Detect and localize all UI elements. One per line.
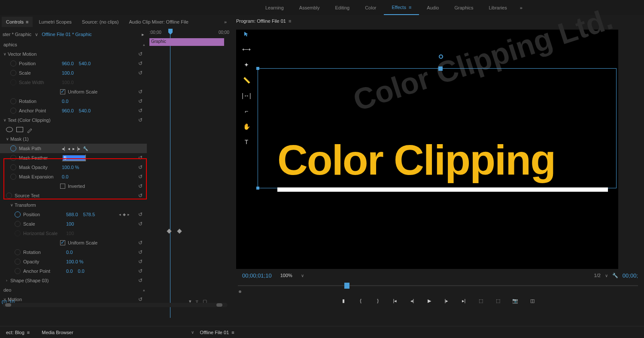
tab-color[interactable]: Color bbox=[357, 0, 384, 15]
media-browser-tab[interactable]: Media Browser bbox=[36, 326, 79, 338]
resize-handle[interactable] bbox=[256, 67, 259, 70]
panel-overflow-icon[interactable]: » bbox=[221, 19, 230, 24]
reset-icon[interactable] bbox=[138, 221, 144, 227]
chevron-down-icon[interactable]: ∨ bbox=[191, 330, 194, 335]
play-icon[interactable]: ▸ bbox=[73, 146, 75, 151]
resolution-label[interactable]: 1/2 bbox=[594, 273, 601, 278]
tab-effects[interactable]: Effects≡ bbox=[384, 0, 419, 15]
stopwatch-icon[interactable] bbox=[10, 155, 16, 161]
stopwatch-icon[interactable] bbox=[15, 268, 21, 274]
reset-icon[interactable] bbox=[138, 268, 144, 274]
shape-section[interactable]: ›Shape (Shape 03) bbox=[0, 276, 147, 285]
reset-icon[interactable] bbox=[138, 249, 144, 255]
reset-icon[interactable] bbox=[138, 51, 144, 57]
tab-learning[interactable]: Learning bbox=[258, 0, 292, 15]
chevron-down-icon[interactable]: ∨ bbox=[605, 273, 608, 278]
play-icon[interactable]: ▶ bbox=[425, 296, 434, 305]
next-kf-icon[interactable]: ▸ bbox=[128, 212, 130, 217]
text-effect-section[interactable]: ∨Text (Color Clipping) bbox=[0, 115, 147, 125]
stopwatch-icon[interactable] bbox=[15, 221, 21, 227]
effect-timeline[interactable]: :00;00 00;00 Graphic bbox=[147, 29, 232, 325]
stopwatch-icon[interactable] bbox=[15, 211, 21, 217]
type-tool-icon[interactable]: T bbox=[242, 137, 251, 147]
keyframe-icon[interactable] bbox=[177, 229, 182, 233]
program-viewer[interactable]: Color Clipping Ltd. Color Clipping bbox=[236, 30, 618, 269]
reset-icon[interactable] bbox=[138, 183, 144, 189]
scrub-bar[interactable] bbox=[238, 282, 638, 293]
next-keyframe-icon[interactable]: |▸ bbox=[77, 146, 81, 151]
master-clip-label[interactable]: ster * Graphic bbox=[3, 32, 31, 37]
sequence-clip-label[interactable]: Offline File 01 * Graphic bbox=[42, 32, 92, 37]
reset-icon[interactable] bbox=[138, 259, 144, 265]
stopwatch-icon[interactable] bbox=[15, 259, 21, 265]
keyframe-icon[interactable] bbox=[167, 229, 171, 233]
reset-icon[interactable] bbox=[138, 278, 144, 284]
pivot-icon[interactable] bbox=[439, 54, 443, 59]
reset-icon[interactable] bbox=[138, 164, 144, 170]
lumetri-scopes-tab[interactable]: Lumetri Scopes bbox=[34, 17, 76, 27]
horizontal-scrollbar[interactable] bbox=[3, 303, 228, 307]
mask-section[interactable]: ∨Mask (1) bbox=[0, 134, 147, 144]
playhead-icon[interactable] bbox=[168, 29, 173, 35]
pen-mask-button[interactable] bbox=[27, 127, 33, 132]
go-to-in-icon[interactable]: |◂ bbox=[391, 296, 399, 305]
ruler-tool-icon[interactable]: 📏 bbox=[242, 75, 251, 85]
graphics-section[interactable]: aphics▴ bbox=[0, 40, 147, 49]
scrub-handle[interactable] bbox=[344, 283, 349, 289]
mark-in-icon[interactable]: ▮ bbox=[339, 296, 348, 305]
hand-tool-icon[interactable]: ✋ bbox=[242, 122, 251, 131]
tab-audio[interactable]: Audio bbox=[419, 0, 447, 15]
stopwatch-icon[interactable] bbox=[6, 193, 12, 199]
in-point-icon[interactable] bbox=[239, 290, 241, 293]
zoom-level[interactable]: 100% bbox=[280, 273, 292, 278]
project-tab[interactable]: ect: Blog≡ bbox=[0, 326, 36, 338]
lift-icon[interactable]: ⬚ bbox=[477, 296, 485, 305]
graphic-text[interactable]: Color Clipping bbox=[277, 136, 555, 184]
reset-icon[interactable] bbox=[138, 98, 144, 104]
reset-icon[interactable] bbox=[138, 211, 144, 217]
camera-icon[interactable]: 📷 bbox=[511, 296, 519, 305]
stopwatch-icon[interactable] bbox=[10, 70, 16, 76]
align-tool-icon[interactable]: |↔| bbox=[242, 91, 251, 100]
audio-mixer-tab[interactable]: Audio Clip Mixer: Offline File bbox=[125, 17, 193, 27]
reset-icon[interactable] bbox=[138, 60, 144, 66]
inverted-checkbox[interactable] bbox=[60, 184, 65, 189]
stopwatch-icon[interactable] bbox=[10, 145, 16, 151]
mask-feather-input[interactable] bbox=[62, 154, 86, 161]
stopwatch-icon[interactable] bbox=[10, 98, 16, 104]
uniform-scale-checkbox[interactable] bbox=[60, 89, 65, 94]
arrow-right-icon[interactable]: ▸ bbox=[142, 32, 144, 37]
stopwatch-icon[interactable] bbox=[10, 108, 16, 114]
prev-keyframe-icon[interactable]: ◂ bbox=[68, 146, 70, 151]
video-section[interactable]: deo▴ bbox=[0, 285, 147, 295]
wrench-icon[interactable]: 🔧 bbox=[83, 146, 88, 151]
scrollbar-thumb[interactable] bbox=[5, 303, 11, 307]
chevron-down-icon[interactable]: ∨ bbox=[35, 32, 38, 37]
vertical-tool-icon[interactable]: ⟷ bbox=[242, 45, 251, 54]
panel-menu-icon[interactable]: ≡ bbox=[289, 18, 291, 24]
ellipse-mask-button[interactable] bbox=[6, 127, 13, 132]
stopwatch-icon[interactable] bbox=[10, 174, 16, 180]
reset-icon[interactable] bbox=[138, 193, 144, 199]
reset-icon[interactable] bbox=[138, 296, 144, 302]
step-forward-icon[interactable]: |▸ bbox=[442, 296, 451, 305]
resize-handle[interactable] bbox=[256, 187, 259, 190]
reset-icon[interactable] bbox=[138, 240, 144, 246]
out-bracket-icon[interactable]: } bbox=[374, 296, 382, 305]
prev-kf-icon[interactable]: ◂ bbox=[119, 212, 121, 217]
pivot-handle[interactable] bbox=[438, 66, 443, 71]
chevron-down-icon[interactable]: ∨ bbox=[301, 273, 304, 278]
cursor-tool-icon[interactable] bbox=[242, 29, 251, 39]
crop-tool-icon[interactable]: ✦ bbox=[242, 60, 251, 69]
stopwatch-icon[interactable] bbox=[15, 249, 21, 255]
stopwatch-icon[interactable] bbox=[10, 60, 16, 66]
reset-icon[interactable] bbox=[138, 117, 144, 123]
in-bracket-icon[interactable]: { bbox=[356, 296, 365, 305]
sequence-tab[interactable]: Offline File 01≡ bbox=[194, 326, 240, 338]
current-timecode[interactable]: 00;00;01;10 bbox=[242, 272, 272, 279]
extract-icon[interactable]: ⬚ bbox=[494, 296, 502, 305]
stopwatch-icon[interactable] bbox=[10, 164, 16, 170]
effect-controls-tab[interactable]: Controls≡ bbox=[2, 17, 33, 27]
graphic-underline[interactable] bbox=[277, 187, 608, 192]
first-keyframe-icon[interactable]: ◂| bbox=[62, 146, 65, 151]
